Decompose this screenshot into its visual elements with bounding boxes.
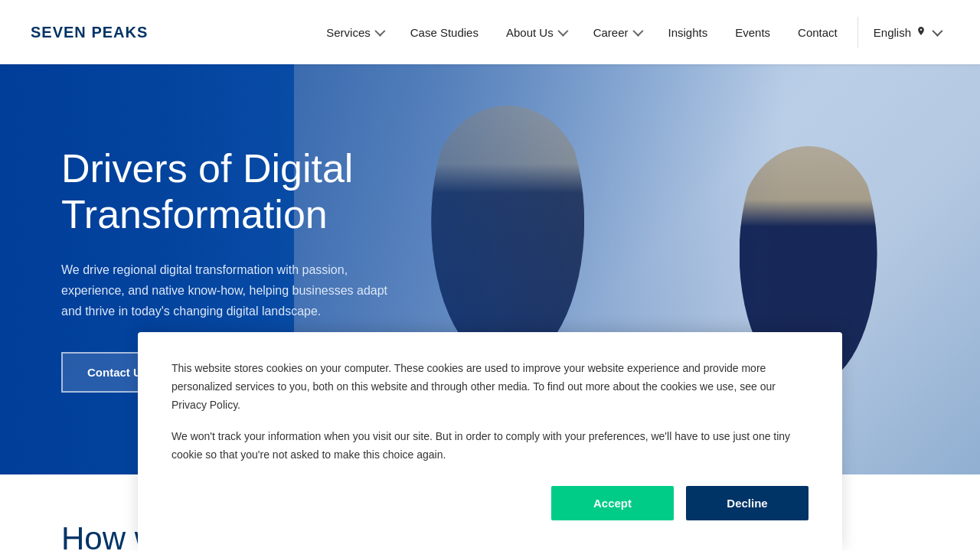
cookie-banner: This website stores cookies on your comp… [138,332,842,551]
nav-item-case-studies: Case Studies [397,0,492,64]
chevron-down-icon [632,26,643,37]
cookie-text-2: We won't track your information when you… [172,428,808,465]
nav-item-insights: Insights [655,0,722,64]
nav-item-events: Events [721,0,784,64]
cookie-actions: Accept Decline [172,486,808,520]
chevron-down-icon [557,26,568,37]
logo-text-part3: PEAKS [91,24,148,41]
hero-subtitle: We drive regional digital transformation… [61,259,398,322]
logo-text-part1: SEVEN [31,24,87,41]
nav-item-career: Career [580,0,655,64]
nav-link-services[interactable]: Services [312,0,397,64]
nav-link-case-studies[interactable]: Case Studies [397,0,492,64]
nav-item-contact: Contact [784,0,851,64]
cookie-decline-button[interactable]: Decline [686,486,808,520]
nav-link-about-us[interactable]: About Us [492,0,580,64]
nav-link-career[interactable]: Career [580,0,655,64]
hero-title: Drivers of Digital Transformation [61,146,398,238]
nav-divider [858,17,858,47]
navbar: SEVEN PEAKS Services Case Studies About … [0,0,980,64]
nav-link-events[interactable]: Events [721,0,784,64]
language-label: English [874,26,911,39]
language-selector[interactable]: English [864,0,949,64]
nav-links: Services Case Studies About Us Career In… [312,0,851,64]
nav-item-about-us: About Us [492,0,580,64]
nav-link-contact[interactable]: Contact [784,0,851,64]
location-icon [916,27,926,37]
nav-link-insights[interactable]: Insights [655,0,722,64]
nav-item-services: Services [312,0,397,64]
cookie-accept-button[interactable]: Accept [551,486,674,520]
cookie-text-1: This website stores cookies on your comp… [172,360,808,414]
chevron-down-icon [932,26,942,37]
chevron-down-icon [374,26,385,37]
site-logo[interactable]: SEVEN PEAKS [31,24,148,41]
